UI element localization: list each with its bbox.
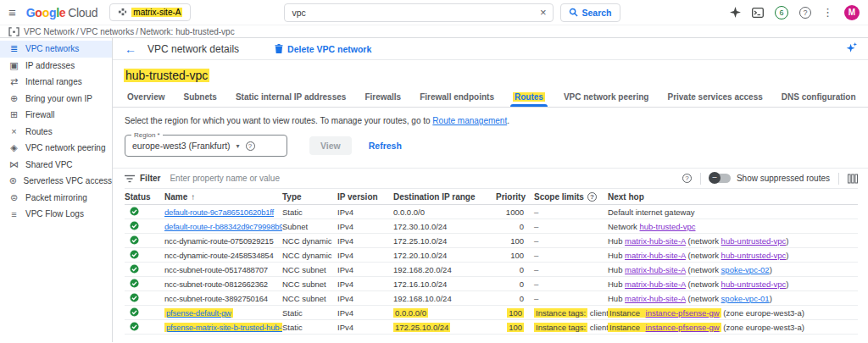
table-help-icon[interactable]: ? (682, 174, 692, 183)
sidebar-item-vpc-network-peering[interactable]: ◈VPC network peering (0, 140, 112, 157)
column-header-ip-version[interactable]: IP version (337, 192, 393, 202)
tab-dns-configuration[interactable]: DNS configuration (772, 89, 865, 107)
help-icon[interactable]: ? (799, 7, 811, 19)
scope-limits-help-icon[interactable]: ? (587, 192, 597, 202)
next-hop-link[interactable]: matrix-hub-site-A (625, 265, 686, 274)
sort-ascending-icon[interactable]: ↑ (191, 192, 195, 202)
route-name-link[interactable]: pfsense-default-gw (164, 308, 233, 318)
tab-firewall-endpoints[interactable]: Firewall endpoints (410, 89, 504, 107)
column-header-name[interactable]: Name↑ (164, 192, 282, 202)
tab-bar: OverviewSubnetsStatic internal IP addres… (113, 89, 868, 108)
cloud-logo-text: Cloud (68, 6, 97, 19)
show-suppressed-routes-toggle[interactable]: – (709, 174, 731, 183)
priority-cell: 0 (496, 279, 534, 289)
refresh-button[interactable]: Refresh (369, 141, 402, 151)
breadcrumb-item-vpc-networks[interactable]: VPC networks (81, 27, 134, 36)
column-header-next-hop[interactable]: Next hop (608, 192, 858, 202)
next-hop-link[interactable]: spoke-vpc-01 (721, 294, 770, 303)
tab-overview[interactable]: Overview (118, 89, 174, 107)
tab-static-internal-ip-addresses[interactable]: Static internal IP addresses (226, 89, 355, 107)
sidebar-item-routes[interactable]: ×Routes (0, 124, 112, 141)
gemini-sparkle-icon[interactable] (730, 7, 741, 18)
tab-subnets[interactable]: Subnets (174, 89, 225, 107)
next-hop-link[interactable]: matrix-hub-site-A (625, 294, 686, 303)
cloud-shell-icon[interactable] (752, 8, 764, 18)
route-name-link[interactable]: pfsense-matrix-site-b-trusted-hub-vpc (164, 323, 282, 332)
next-hop-link[interactable]: matrix-hub-site-A (625, 279, 686, 289)
search-input[interactable]: vpc × (284, 3, 554, 22)
sidebar-item-internal-ranges[interactable]: ⇄Internal ranges (0, 74, 112, 91)
route-name-text: ncc-subnet-route-3892750164 (164, 294, 268, 303)
menu-icon[interactable]: ≡ (8, 5, 16, 19)
table-row: ncc-dynamic-route-0750929215NCC dynamicI… (125, 234, 858, 248)
next-hop-link[interactable]: hub-trusted-vpc (639, 222, 695, 231)
column-header-status[interactable]: Status (125, 192, 164, 202)
sidebar-item-shared-vpc[interactable]: ⋈Shared VPC (0, 157, 112, 174)
sidebar-item-ip-addresses[interactable]: ▣IP addresses (0, 58, 112, 75)
breadcrumb-item-vpc-network[interactable]: VPC Network (24, 27, 75, 36)
cell-text: – (534, 265, 538, 274)
next-hop-link[interactable]: spoke-vpc-02 (721, 265, 770, 274)
search-button[interactable]: Search (560, 3, 620, 22)
sidebar-item-firewall[interactable]: ⊞Firewall (0, 107, 112, 124)
status-ok-icon (130, 293, 139, 302)
next-hop-link[interactable]: matrix-hub-site-A (625, 251, 686, 260)
destination-value: 192.168.10.0/24 (393, 294, 452, 303)
status-cell (125, 307, 164, 318)
route-name-link[interactable]: default-route-9c7a86510620b1ff (164, 207, 274, 217)
priority-cell: 0 (496, 265, 534, 274)
view-button[interactable]: View (309, 136, 352, 155)
back-arrow-icon[interactable]: ← (125, 42, 136, 56)
column-header-destination-ip-range[interactable]: Destination IP range (393, 192, 496, 202)
route-name-link[interactable]: default-route-r-b88342d9c79998b9 (164, 222, 282, 231)
clear-search-icon[interactable]: × (540, 6, 547, 19)
next-hop-link[interactable]: instance-pfsense-gw (644, 308, 721, 318)
next-hop-cell: Hub matrix-hub-site-A (network hub-untru… (608, 251, 858, 260)
next-hop-link[interactable]: matrix-hub-site-A (625, 236, 686, 246)
delete-vpc-network-button[interactable]: Delete VPC network (275, 44, 371, 54)
next-hop-link[interactable]: hub-untrusted-vpc (721, 236, 787, 246)
scope-limits-cell: – (534, 222, 608, 231)
assist-sparkle-icon[interactable] (846, 42, 858, 55)
region-field-label: Region * (131, 131, 163, 139)
tab-vpc-network-peering[interactable]: VPC network peering (554, 89, 659, 107)
column-header-type[interactable]: Type (282, 192, 337, 202)
sidebar-item-label: VPC network peering (25, 143, 106, 152)
notifications-badge[interactable]: 6 (775, 6, 788, 19)
cell-text: ) (786, 236, 788, 246)
type-cell: NCC dynamic (282, 236, 337, 246)
next-hop-link[interactable]: hub-untrusted-vpc (721, 251, 787, 260)
column-display-icon[interactable] (848, 174, 858, 184)
priority-value: 100 (510, 236, 524, 246)
cell-text: ) (786, 279, 788, 289)
region-row: Region * europe-west3 (Frankfurt) ▾ ? Vi… (125, 135, 856, 157)
sidebar-item-vpc-networks[interactable]: ≣VPC networks (0, 41, 112, 58)
filter-input[interactable]: Enter property name or value (170, 174, 682, 183)
sidebar-item-vpc-flow-logs[interactable]: ≡VPC Flow Logs (0, 206, 112, 223)
route-management-link[interactable]: Route management (432, 116, 507, 125)
project-selector[interactable]: matrix-site-A (109, 3, 191, 21)
priority-value: 100 (510, 251, 524, 260)
table-header-row: StatusName↑TypeIP versionDestination IP … (125, 188, 858, 205)
sidebar-item-bring-your-own-ip[interactable]: ⊕Bring your own IP (0, 91, 112, 108)
ip-version-cell: IPv4 (337, 222, 393, 231)
page-title: VPC network details (147, 43, 239, 55)
tab-firewalls[interactable]: Firewalls (355, 89, 410, 107)
cell-text: Network (608, 222, 639, 231)
avatar[interactable]: M (844, 5, 860, 20)
google-cloud-logo[interactable]: GoogleCloud (26, 6, 98, 19)
sidebar-item-serverless-vpc-access[interactable]: ⊛Serverless VPC access (0, 173, 112, 190)
next-hop-link[interactable]: instance-pfsense-gw (644, 323, 721, 332)
tab-private-services-access[interactable]: Private services access (658, 89, 771, 107)
more-options-icon[interactable]: ⋮ (822, 6, 833, 19)
column-header-priority[interactable]: Priority (496, 192, 534, 202)
next-hop-link[interactable]: hub-untrusted-vpc (721, 279, 787, 289)
breadcrumb: VPC Network/VPC networks/Network: hub-tr… (0, 25, 868, 38)
breadcrumb-separator: / (136, 27, 138, 36)
sidebar-item-packet-mirroring[interactable]: ⊜Packet mirroring (0, 190, 112, 207)
priority-cell: 100 (496, 236, 534, 246)
tab-routes[interactable]: Routes (504, 89, 554, 107)
column-header-scope-limits[interactable]: Scope limits? (534, 192, 608, 202)
region-select[interactable]: Region * europe-west3 (Frankfurt) ▾ ? (125, 135, 287, 157)
region-help-icon[interactable]: ? (246, 141, 255, 151)
